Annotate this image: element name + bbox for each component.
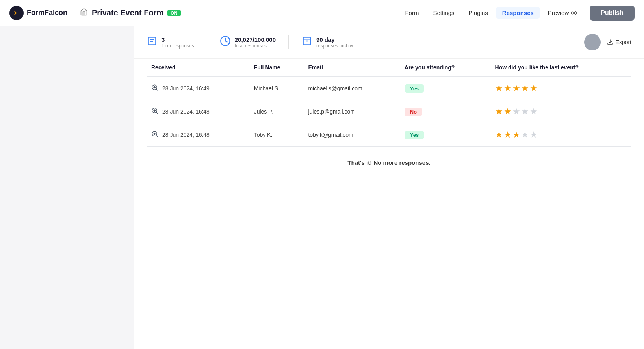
cell-name-1: Jules P. (249, 100, 304, 123)
zoom-icon[interactable] (151, 84, 158, 93)
star-rating: ★★★★★ (495, 130, 627, 140)
star-filled: ★ (521, 83, 529, 93)
nav-plugins[interactable]: Plugins (462, 7, 494, 19)
form-responses-label: form responses (161, 43, 194, 49)
cell-email-0: michael.s@gmail.com (303, 77, 399, 100)
star-empty: ★ (530, 106, 538, 117)
nav-links: Form Settings Plugins Responses Preview … (399, 6, 635, 21)
table-row: 28 Jun 2024, 16:48 Jules P.jules.p@gmail… (147, 100, 631, 123)
col-rating: How did you like the last event? (490, 59, 631, 77)
cell-stars-2: ★★★★★ (490, 123, 631, 147)
star-rating: ★★★★★ (495, 106, 627, 117)
top-navigation: FormFalcon Private Event Form ON Form Se… (0, 0, 644, 26)
export-label: Export (616, 39, 631, 45)
cell-attending-0: Yes (400, 77, 490, 100)
col-received: Received (147, 59, 249, 77)
star-filled: ★ (504, 83, 512, 93)
table-row: 28 Jun 2024, 16:48 Toby K.toby.k@gmail.c… (147, 123, 631, 147)
date-text: 28 Jun 2024, 16:49 (162, 85, 210, 91)
no-more-text: That's it! No more responses. (147, 146, 631, 179)
table-row: 28 Jun 2024, 16:49 Michael S.michael.s@g… (147, 77, 631, 100)
star-filled: ★ (504, 106, 512, 117)
cell-received-0: 28 Jun 2024, 16:49 (147, 77, 249, 100)
right-panel: 3 form responses 20,027/100,000 total re… (134, 26, 644, 349)
nav-preview[interactable]: Preview (542, 7, 583, 19)
attending-badge: Yes (405, 84, 424, 93)
form-responses-icon (147, 35, 158, 49)
responses-table-container: Received Full Name Email Are you attendi… (134, 59, 644, 179)
attending-badge: No (405, 108, 422, 116)
home-icon[interactable] (80, 8, 88, 18)
form-title: Private Event Form (92, 8, 163, 17)
total-responses-text: 20,027/100,000 total responses (235, 36, 276, 49)
svg-line-4 (156, 89, 157, 90)
date-text: 28 Jun 2024, 16:48 (162, 108, 210, 115)
stat-divider-1 (207, 35, 207, 49)
zoom-icon[interactable] (151, 107, 158, 116)
form-responses-text: 3 form responses (161, 36, 194, 49)
left-panel (0, 26, 134, 349)
star-filled: ★ (504, 130, 512, 140)
total-responses-icon (220, 35, 231, 49)
cell-received-1: 28 Jun 2024, 16:48 (147, 100, 249, 123)
svg-line-8 (156, 112, 157, 113)
cell-email-2: toby.k@gmail.com (303, 123, 399, 147)
brand-name: FormFalcon (27, 9, 67, 17)
star-filled: ★ (495, 106, 503, 117)
page-layout: 3 form responses 20,027/100,000 total re… (0, 26, 644, 349)
archive-text: 90 day responses archive (316, 36, 354, 49)
star-filled: ★ (512, 83, 520, 93)
archive-label: responses archive (316, 43, 354, 49)
archive-stat: 90 day responses archive (301, 35, 354, 49)
form-title-area: Private Event Form ON (80, 8, 399, 18)
nav-form[interactable]: Form (399, 7, 425, 19)
export-icon (607, 39, 613, 45)
cell-name-2: Toby K. (249, 123, 304, 147)
date-text: 28 Jun 2024, 16:48 (162, 132, 210, 138)
star-empty: ★ (521, 106, 529, 117)
star-filled: ★ (495, 83, 503, 93)
star-rating: ★★★★★ (495, 83, 627, 93)
publish-button[interactable]: Publish (590, 6, 635, 21)
stats-right: Export (584, 34, 631, 50)
cell-received-2: 28 Jun 2024, 16:48 (147, 123, 249, 147)
cell-name-0: Michael S. (249, 77, 304, 100)
total-responses-stat: 20,027/100,000 total responses (220, 35, 276, 49)
star-empty: ★ (530, 130, 538, 140)
stat-divider-2 (288, 35, 289, 49)
total-responses-count: 20,027/100,000 (235, 36, 276, 43)
avatar (584, 34, 601, 50)
cell-stars-0: ★★★★★ (490, 77, 631, 100)
nav-settings[interactable]: Settings (427, 7, 460, 19)
col-full-name: Full Name (249, 59, 304, 77)
responses-table: Received Full Name Email Are you attendi… (147, 59, 631, 146)
on-badge: ON (167, 10, 181, 16)
table-header-row: Received Full Name Email Are you attendi… (147, 59, 631, 77)
nav-responses[interactable]: Responses (496, 7, 540, 19)
stats-row: 3 form responses 20,027/100,000 total re… (134, 26, 644, 59)
attending-badge: Yes (405, 131, 424, 139)
archive-days: 90 day (316, 36, 354, 43)
star-filled: ★ (495, 130, 503, 140)
star-filled: ★ (512, 130, 520, 140)
cell-attending-2: Yes (400, 123, 490, 147)
cell-email-1: jules.p@gmail.com (303, 100, 399, 123)
zoom-icon[interactable] (151, 131, 158, 140)
star-empty: ★ (521, 130, 529, 140)
export-button[interactable]: Export (607, 39, 631, 45)
cell-stars-1: ★★★★★ (490, 100, 631, 123)
col-email: Email (303, 59, 399, 77)
star-empty: ★ (512, 106, 520, 117)
form-responses-stat: 3 form responses (147, 35, 194, 49)
svg-line-12 (156, 135, 157, 136)
form-responses-count: 3 (161, 36, 194, 43)
col-attending: Are you attending? (400, 59, 490, 77)
brand-logo-icon (9, 6, 24, 20)
cell-attending-1: No (400, 100, 490, 123)
archive-icon (301, 35, 312, 49)
star-filled: ★ (530, 83, 538, 93)
brand-logo-area: FormFalcon (9, 6, 67, 20)
svg-point-1 (573, 12, 575, 14)
eye-icon (571, 10, 577, 16)
total-responses-label: total responses (235, 43, 276, 49)
